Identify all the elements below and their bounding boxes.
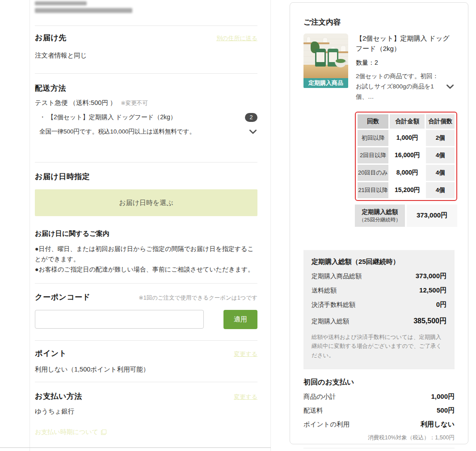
shipping-method-title: 配送方法 [35, 83, 257, 93]
coupon-header: クーポンコード ※1回のご注文で使用できるクーポンは1つです [35, 292, 257, 302]
photo-jar [323, 38, 327, 42]
subscription-product-badge: 定期購入商品 [303, 78, 348, 88]
shipping-fee-note: 全国一律500円です。税込10,000円以上は送料無料です。 [39, 128, 195, 136]
summary-value: 373,000円 [416, 272, 447, 280]
subscription-total-value: 373,000円 [407, 205, 457, 227]
first-payment-row: ポイントの利用 利用しない [303, 420, 455, 429]
first-payment-row: 配送料 500円 [303, 406, 455, 415]
summary-row: 定期購入商品総額 373,000円 [312, 272, 447, 280]
payment-timing-label: お支払い時期について [35, 428, 98, 436]
fp-value: 利用しない [421, 420, 455, 429]
coupon-input[interactable] [35, 310, 204, 329]
row-label: 2回目以降 [358, 147, 388, 163]
product-quantity: 数量：2 [356, 59, 455, 67]
item-qty-badge: 2 [245, 113, 257, 122]
row-label: 21回目以降 [358, 182, 388, 198]
col-header-goukei-kosu: 合計個数 [426, 114, 455, 129]
select-delivery-datetime-button[interactable]: お届け日時を選ぶ [35, 189, 257, 216]
coupon-row: 適用 [35, 310, 257, 329]
product-text-column: 【2個セット】定期購入 ドッグフード（2kg） 数量：2 2個セットの商品です。… [356, 33, 455, 102]
subscription-total-label-cell: 定期購入総額 （25回分継続時） [355, 205, 405, 227]
summary-row: 決済手数料総額 0円 [312, 301, 447, 309]
fp-value: 1,000円 [431, 393, 455, 401]
subscription-total-label: 定期購入総額 [362, 208, 398, 216]
divider [35, 25, 257, 26]
points-value: 利用しない（1,500ポイント利用可能） [35, 365, 257, 374]
chevron-down-icon[interactable] [249, 127, 257, 136]
summary-label: 送料総額 [312, 287, 337, 295]
redacted-line [35, 8, 132, 13]
delivery-address-title: お届け先 [35, 33, 67, 43]
row-amount: 15,200円 [390, 182, 425, 198]
schedule-row: 20回目のみ 8,000円 4個 [358, 165, 455, 181]
first-payment-row: 商品の小計 1,000円 [303, 393, 455, 401]
summary-value: 0円 [436, 301, 447, 309]
left-card-border-right [270, 0, 271, 451]
product-image: + [303, 33, 348, 78]
row-count: 4個 [426, 147, 455, 163]
apply-coupon-button[interactable]: 適用 [223, 310, 257, 329]
delivery-datetime-title: お届け日時指定 [35, 171, 257, 182]
plus-icon: + [345, 59, 347, 64]
delivery-address-header: お届け先 別の住所に送る [35, 33, 257, 43]
schedule-row: 2回目以降 16,000円 4個 [358, 147, 455, 163]
subscription-summary-box: 定期購入総額（25回継続時） 定期購入商品総額 373,000円 送料総額 12… [303, 250, 455, 369]
divider [35, 283, 257, 284]
summary-row: 送料総額 12,500円 [312, 286, 447, 295]
delivery-guide-bullets: ●日付、曜日、または初回お届け日からご指定の間隔でお届け日を指定することができま… [35, 244, 257, 275]
summary-row-total: 定期購入総額 385,500円 [312, 317, 447, 326]
divider [35, 340, 257, 341]
first-payment-title: 初回のお支払い [303, 378, 455, 387]
shipping-item-row: ・ 【2個セット】定期購入 ドッグフード（2kg） 2 [35, 113, 257, 122]
guide-bullet: ●お客様のご指定日の配達が難しい場合、事前にご相談させていただきます。 [35, 264, 257, 275]
row-label: 初回以降 [358, 130, 388, 146]
product-name: 【2個セット】定期購入 ドッグフード（2kg） [356, 33, 455, 54]
row-count: 2個 [426, 130, 455, 146]
order-summary-panel: ご注文内容 + 定期購入商品 [290, 2, 468, 444]
payment-timing-row: お支払い時期について [35, 428, 257, 436]
fp-value: 500円 [437, 406, 455, 415]
subscription-total-sublabel: （25回分継続時） [359, 217, 400, 223]
divider [35, 73, 257, 74]
shipping-fee-row: 全国一律500円です。税込10,000円以上は送料無料です。 [35, 127, 257, 136]
send-to-other-address-link[interactable]: 別の住所に送る [216, 34, 257, 42]
subscription-summary-title: 定期購入総額（25回継続時） [312, 258, 447, 266]
change-payment-link[interactable]: 変更する [234, 393, 257, 401]
guide-bullet: ●日付、曜日、または初回お届け日からご指定の間隔でお届け日を指定することができま… [35, 244, 257, 264]
divider [303, 448, 455, 448]
row-label: 20回目のみ [358, 165, 388, 181]
shipping-carrier: テスト急便 （送料:500円 ） [35, 99, 116, 106]
left-card-border-left [29, 0, 30, 451]
product-description-row: 2個セットの商品です。初回：お試しサイズ800gの商品を1個、… [356, 71, 455, 102]
subscription-summary-note: 総額や送料および決済手数料については、定期購入継続中に変動する場合がございますの… [312, 333, 447, 360]
product-image-column: + 定期購入商品 [303, 33, 348, 102]
chevron-down-icon[interactable] [446, 82, 455, 91]
payment-method-header: お支払い方法 変更する [35, 391, 257, 401]
payment-timing-link[interactable]: お支払い時期について [35, 428, 106, 436]
row-amount: 8,000円 [390, 165, 425, 181]
shipping-item-name: ・ 【2個セット】定期購入 ドッグフード（2kg） [39, 113, 177, 121]
product-row: + 定期購入商品 【2個セット】定期購入 ドッグフード（2kg） 数量：2 2個… [303, 33, 455, 102]
subscription-total-row: 定期購入総額 （25回分継続時） 373,000円 [355, 205, 457, 227]
payment-method-title: お支払い方法 [35, 391, 82, 401]
schedule-row: 初回以降 1,000円 2個 [358, 130, 455, 146]
summary-value: 385,500円 [413, 317, 447, 326]
photo-jar [307, 37, 310, 42]
summary-label: 定期購入商品総額 [312, 272, 362, 280]
immutable-note: ※変更不可 [121, 100, 147, 106]
points-header: ポイント 変更する [35, 348, 257, 359]
photo-dogfood-bag [315, 49, 326, 67]
coupon-title: クーポンコード [35, 292, 91, 302]
col-header-kaisu: 回数 [358, 114, 388, 129]
change-points-link[interactable]: 変更する [234, 350, 257, 358]
coupon-note: ※1回のご注文で使用できるクーポンは1つです [139, 294, 257, 302]
divider [35, 382, 257, 382]
row-count: 4個 [426, 182, 455, 198]
points-title: ポイント [35, 348, 67, 359]
row-count: 4個 [426, 165, 455, 181]
external-link-icon [101, 430, 106, 435]
redacted-line [35, 1, 87, 5]
photo-jar [341, 46, 345, 51]
order-summary-title: ご注文内容 [303, 17, 455, 27]
delivery-guide-title: お届け日に関するご案内 [35, 230, 257, 238]
